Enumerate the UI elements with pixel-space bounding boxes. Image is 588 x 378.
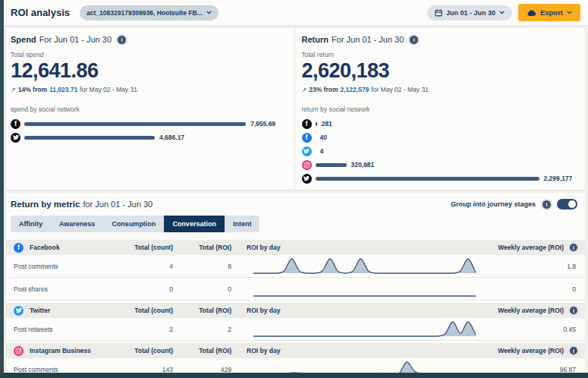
group-header-row: Instagram BusinessTotal (count)Total (RO…: [6, 343, 585, 358]
metric-weekly-average: 1.8: [486, 263, 585, 270]
column-header-total-count: Total (count): [116, 244, 173, 251]
group-network: fFacebook: [6, 243, 116, 253]
total-return-label: Total return: [302, 51, 578, 58]
export-label: Export: [540, 8, 563, 17]
return-card-title: Return: [302, 35, 329, 44]
metric-row: Post comments14342996.87: [6, 358, 585, 373]
page-title: ROI analysis: [11, 7, 70, 18]
return-by-metric-section: Return by metric for Jun 01 - Jun 30 Gro…: [6, 193, 585, 373]
twitter-dark-icon: [302, 174, 312, 184]
ad-account-dropdown[interactable]: act_108329179309936, Hootsuite FB...: [80, 5, 219, 20]
network-bar-value: 4: [320, 147, 324, 155]
spend-by-network-bars: f7,955.694,686.17: [11, 118, 287, 143]
network-bar-row: 4,686.17: [11, 132, 287, 143]
facebook-dark-icon: f: [302, 119, 312, 129]
column-header-roi-by-day-text: ROI by day: [247, 307, 280, 314]
spend-card-period: For Jun 01 - Jun 30: [39, 35, 112, 44]
return-previous-value-link[interactable]: 2,122,579: [340, 86, 369, 93]
app-window: ROI analysis act_108329179309936, Hootsu…: [0, 0, 588, 378]
network-bar-value: 281: [322, 120, 332, 128]
network-bar-value: 320,681: [351, 161, 375, 169]
return-by-metric-period: for Jun 01 - Jun 30: [83, 200, 153, 209]
roi-by-day-sparkline: [253, 279, 476, 299]
trend-up-icon: ↗: [11, 87, 16, 93]
metric-group-instagram: Instagram BusinessTotal (count)Total (RO…: [6, 343, 585, 373]
tab-conversation[interactable]: Conversation: [164, 216, 225, 232]
metric-group-twitter: TwitterTotal (count)Total (ROI)ROI by da…: [6, 303, 585, 341]
network-bar-value: 2,299,177: [544, 175, 573, 182]
spend-card-header: Spend For Jun 01 - Jun 30: [11, 35, 287, 44]
tab-consumption[interactable]: Consumption: [103, 216, 164, 232]
total-return-value: 2,620,183: [302, 59, 578, 83]
network-bar-row: f40: [302, 132, 578, 143]
trend-up-icon: ↗: [302, 87, 307, 93]
facebook-dark-icon: f: [11, 119, 20, 129]
spend-change-period: for May 02 - May 31: [80, 86, 137, 93]
metric-name: Post comments: [6, 366, 116, 373]
metric-total-count: 143: [116, 366, 173, 373]
chevron-down-icon: [499, 11, 505, 14]
instagram-icon: [14, 346, 24, 356]
metric-name: Post comments: [6, 263, 116, 270]
column-header-weekly-average-text: Weekly average (ROI): [498, 244, 564, 251]
network-bar: [316, 177, 539, 181]
column-header-roi-by-day: ROI by day: [231, 244, 486, 251]
return-change-period: for May 02 - May 31: [371, 86, 429, 93]
metric-weekly-average: 0.45: [486, 326, 585, 333]
spend-breakdown-label: spend by social network: [11, 106, 287, 113]
top-bar: ROI analysis act_108329179309936, Hootsu…: [4, 0, 588, 25]
metric-stage-tabs: AffinityAwarenessConsumptionConversation…: [11, 216, 259, 232]
metric-name-text: Post retweets: [14, 326, 53, 333]
network-name: Facebook: [30, 244, 60, 251]
metric-name-text: Post comments: [14, 366, 58, 373]
info-icon[interactable]: [410, 36, 418, 44]
spend-card: Spend For Jun 01 - Jun 30 Total spend 12…: [6, 28, 294, 190]
chevron-down-icon: [567, 11, 572, 14]
metric-weekly-average-text: 1.8: [567, 263, 576, 270]
metric-row: Post shares000: [6, 278, 585, 301]
metric-name-text: Post shares: [14, 285, 48, 293]
column-header-weekly-average-text: Weekly average (ROI): [498, 347, 564, 354]
column-header-weekly-average: Weekly average (ROI): [486, 244, 585, 251]
export-button[interactable]: Export: [518, 4, 580, 21]
tab-affinity[interactable]: Affinity: [11, 216, 51, 232]
metric-total-count: 2: [116, 326, 173, 333]
info-icon[interactable]: [118, 36, 126, 44]
metric-weekly-average-text: 96.87: [560, 366, 576, 373]
info-icon[interactable]: [570, 347, 577, 354]
info-icon[interactable]: [570, 244, 577, 251]
metric-row: Post retweets220.45: [6, 318, 585, 341]
return-card: Return For Jun 01 - Jun 30 Total return …: [294, 28, 586, 190]
info-icon[interactable]: [542, 200, 551, 209]
metric-total-roi: 0: [173, 285, 231, 293]
instagram-icon: [302, 160, 312, 170]
twitter-icon: [302, 146, 312, 156]
network-bar: [316, 163, 347, 167]
column-header-total-roi-text: Total (ROI): [199, 307, 231, 314]
metric-name-text: Post comments: [14, 263, 58, 270]
network-bar-value: 40: [320, 134, 327, 141]
network-name: Instagram Business: [30, 347, 91, 354]
spend-previous-value-link[interactable]: 11,023.71: [49, 86, 77, 93]
metric-name: Post retweets: [6, 326, 116, 333]
return-change-line: ↗ 23% from 2,122,579 for May 02 - May 31: [302, 86, 578, 93]
tab-intent[interactable]: Intent: [225, 216, 260, 232]
return-by-metric-title: Return by metric: [11, 200, 80, 209]
column-header-total-roi-text: Total (ROI): [199, 244, 231, 251]
tab-awareness[interactable]: Awareness: [51, 216, 103, 232]
column-header-roi-by-day: ROI by day: [231, 347, 486, 354]
network-name: Twitter: [30, 307, 50, 314]
date-range-label: Jun 01 - Jun 30: [446, 9, 495, 17]
roi-by-day-cell: [231, 360, 486, 373]
journey-stages-control: Group into journey stages: [451, 199, 577, 209]
metric-weekly-average-text: 0: [572, 285, 576, 293]
roi-by-day-cell: [231, 320, 486, 339]
metric-total-roi: 2: [173, 326, 231, 333]
group-header-row: fFacebookTotal (count)Total (ROI)ROI by …: [6, 240, 585, 255]
journey-stages-toggle[interactable]: [557, 199, 577, 209]
twitter-icon: [14, 306, 24, 316]
date-range-picker[interactable]: Jun 01 - Jun 30: [427, 5, 512, 20]
total-spend-label: Total spend: [11, 51, 287, 58]
info-icon[interactable]: [570, 307, 577, 314]
metric-total-roi-text: 429: [221, 366, 231, 373]
